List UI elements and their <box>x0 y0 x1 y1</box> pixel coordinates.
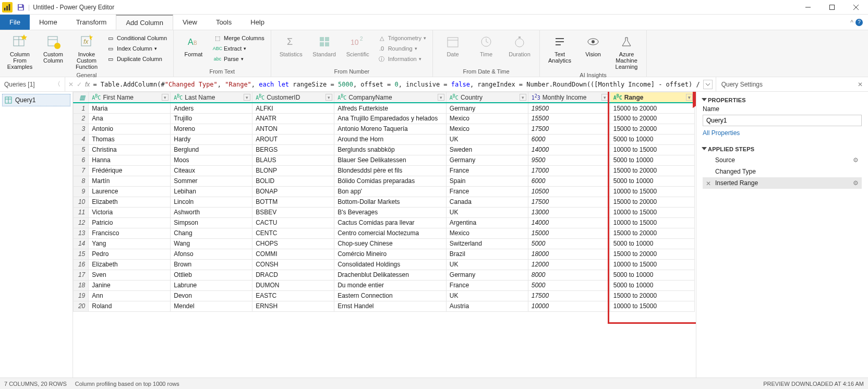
column-header-range[interactable]: ABCRange▾ <box>610 92 694 103</box>
cell[interactable]: BERGS <box>252 144 334 155</box>
cell[interactable]: Sweden <box>446 144 528 155</box>
cell[interactable]: Germany <box>446 270 528 280</box>
cell[interactable]: Lincoln <box>171 197 252 207</box>
cell[interactable]: 17500 <box>528 197 610 207</box>
row-number[interactable]: 9 <box>74 186 89 197</box>
column-header-monthlyincome[interactable]: 123Monthly Income▾ <box>528 92 610 103</box>
row-number[interactable]: 16 <box>74 259 89 270</box>
cell[interactable]: 10000 to 15000 <box>610 259 694 270</box>
query-list-item[interactable]: Query1 <box>2 94 70 106</box>
filter-icon[interactable]: ▾ <box>686 94 693 101</box>
cell[interactable]: 8000 <box>528 270 610 280</box>
cell[interactable]: Around the Horn <box>334 134 447 144</box>
row-number[interactable]: 7 <box>74 165 89 176</box>
cell[interactable]: 14000 <box>528 144 610 155</box>
cell[interactable]: 15000 <box>528 228 610 238</box>
cell[interactable]: Anders <box>171 103 252 113</box>
cell[interactable]: Antonio Moreno Taquería <box>334 124 447 134</box>
cell[interactable]: BLAUS <box>252 155 334 165</box>
cancel-formula-icon[interactable]: ✕ <box>68 81 74 88</box>
conditional-column-button[interactable]: ▭Conditional Column <box>105 33 168 43</box>
cell[interactable]: Ottlieb <box>171 270 252 280</box>
duplicate-column-button[interactable]: ▭Duplicate Column <box>105 54 168 64</box>
cell[interactable]: 5000 to 10000 <box>610 134 694 144</box>
cell[interactable]: France <box>446 186 528 197</box>
save-icon[interactable] <box>17 3 25 11</box>
cell[interactable]: 13000 <box>528 207 610 217</box>
cell[interactable]: Francisco <box>89 228 171 238</box>
cell[interactable]: Blondesddsl père et fils <box>334 165 447 176</box>
cell[interactable]: Janine <box>89 280 171 290</box>
cell[interactable]: Citeaux <box>171 165 252 176</box>
cell[interactable]: 15000 to 20000 <box>610 103 694 113</box>
fx-icon[interactable]: fx <box>85 81 90 88</box>
cell[interactable]: Argentina <box>446 217 528 228</box>
filter-icon[interactable]: ▾ <box>326 94 332 101</box>
cell[interactable]: Drachenblut Delikatessen <box>334 270 447 280</box>
cell[interactable]: Consolidated Holdings <box>334 259 447 270</box>
cell[interactable]: 5000 to 10000 <box>610 270 694 280</box>
query-name-input[interactable] <box>703 115 862 126</box>
cell[interactable]: 6000 <box>528 134 610 144</box>
column-from-examples-button[interactable]: Column From Examples <box>4 31 35 72</box>
cell[interactable]: Eastern Connection <box>334 290 447 301</box>
merge-columns-button[interactable]: ⬚Merge Columns <box>212 33 266 43</box>
filter-icon[interactable]: ▾ <box>601 94 608 101</box>
gear-icon[interactable]: ⚙ <box>853 156 859 164</box>
row-number[interactable]: 17 <box>74 270 89 280</box>
cell[interactable]: Simpson <box>171 217 252 228</box>
invoke-custom-function-button[interactable]: fx Invoke Custom Function <box>71 31 102 72</box>
gear-icon[interactable]: ⚙ <box>853 179 859 187</box>
column-header-country[interactable]: ABCCountry▾ <box>446 92 528 103</box>
cell[interactable]: Cactus Comidas para llevar <box>334 217 447 228</box>
cell[interactable]: Frédérique <box>89 165 171 176</box>
cell[interactable]: Alfreds Futterkiste <box>334 103 447 113</box>
cell[interactable]: EASTC <box>252 290 334 301</box>
cell[interactable]: Comércio Mineiro <box>334 249 447 259</box>
cell[interactable]: 5000 to 10000 <box>610 238 694 249</box>
row-number[interactable]: 11 <box>74 207 89 217</box>
column-header-firstname[interactable]: ABCFirst Name▾ <box>89 92 171 103</box>
cell[interactable]: Chop-suey Chinese <box>334 238 447 249</box>
time-button[interactable]: Time <box>471 31 502 59</box>
cell[interactable]: BLONP <box>252 165 334 176</box>
row-number[interactable]: 8 <box>74 176 89 186</box>
cell[interactable]: Trujillo <box>171 113 252 124</box>
cell[interactable]: Germany <box>446 103 528 113</box>
cell[interactable]: Blauer See Delikatessen <box>334 155 447 165</box>
cell[interactable]: Thomas <box>89 134 171 144</box>
cell[interactable]: 15000 to 20000 <box>610 113 694 124</box>
applied-step[interactable]: Source⚙ <box>703 154 862 166</box>
cell[interactable]: UK <box>446 134 528 144</box>
row-number[interactable]: 2 <box>74 113 89 124</box>
minimize-button[interactable] <box>796 0 820 15</box>
tab-add-column[interactable]: Add Column <box>116 15 173 30</box>
cell[interactable]: Laurence <box>89 186 171 197</box>
cell[interactable]: BONAP <box>252 186 334 197</box>
cell[interactable]: Berglunds snabbköp <box>334 144 447 155</box>
column-header-customerid[interactable]: ABCCustomerID▾ <box>252 92 334 103</box>
cell[interactable]: Ana Trujillo Emparedados y helados <box>334 113 447 124</box>
row-number[interactable]: 3 <box>74 124 89 134</box>
close-button[interactable] <box>844 0 868 15</box>
cell[interactable]: BSBEV <box>252 207 334 217</box>
cell[interactable]: UK <box>446 207 528 217</box>
all-properties-link[interactable]: All Properties <box>703 129 740 137</box>
formula-bar[interactable]: ✕ ✓ fx = Table.AddColumn(#"Changed Type"… <box>65 77 716 91</box>
cell[interactable]: Germany <box>446 155 528 165</box>
cell[interactable]: 10000 to 15000 <box>610 144 694 155</box>
cell[interactable]: 5000 to 10000 <box>610 155 694 165</box>
cell[interactable]: Yang <box>89 238 171 249</box>
expand-formula-icon[interactable] <box>703 80 713 89</box>
cell[interactable]: Lebihan <box>171 186 252 197</box>
cell[interactable]: 10000 to 15000 <box>610 186 694 197</box>
column-header-lastname[interactable]: ABCLast Name▾ <box>171 92 252 103</box>
cell[interactable]: ERNSH <box>252 301 334 311</box>
help-icon[interactable]: ? <box>855 19 863 26</box>
cell[interactable]: Roland <box>89 301 171 311</box>
row-number[interactable]: 6 <box>74 155 89 165</box>
tab-file[interactable]: File <box>0 15 30 30</box>
cell[interactable]: 9500 <box>528 155 610 165</box>
cell[interactable]: Hardy <box>171 134 252 144</box>
cell[interactable]: Canada <box>446 197 528 207</box>
